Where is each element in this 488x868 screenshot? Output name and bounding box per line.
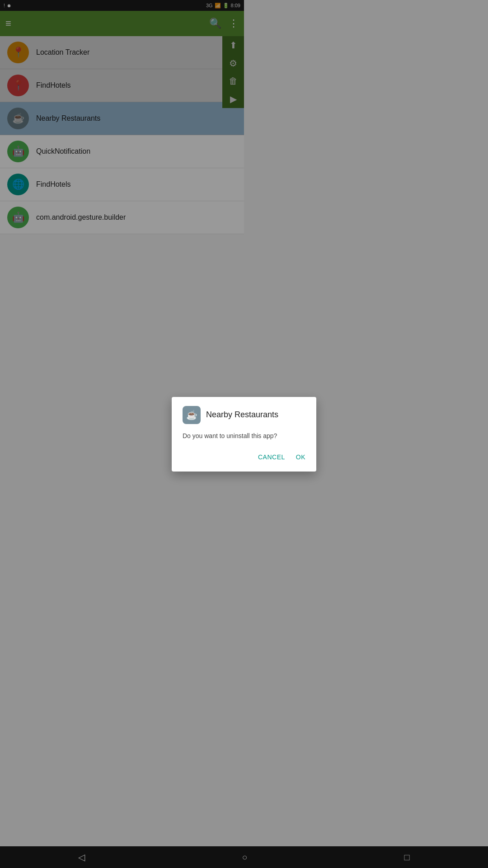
dialog-header: ☕ Nearby Restaurants xyxy=(183,406,244,424)
dialog-message: Do you want to uninstall this app? xyxy=(183,431,244,434)
modal-overlay: ☕ Nearby Restaurants Do you want to unin… xyxy=(0,0,244,434)
uninstall-dialog: ☕ Nearby Restaurants Do you want to unin… xyxy=(172,397,244,434)
dialog-app-icon: ☕ xyxy=(183,406,201,424)
dialog-title: Nearby Restaurants xyxy=(206,410,244,420)
